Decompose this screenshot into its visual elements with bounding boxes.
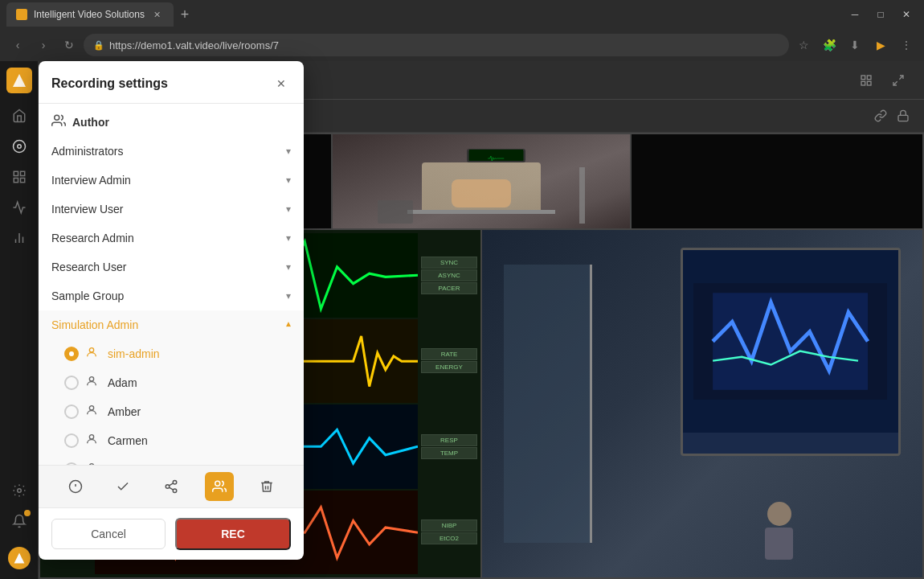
svg-marker-0 bbox=[13, 74, 26, 87]
tab-favicon bbox=[16, 9, 27, 20]
group-label-research-admin: Research Admin bbox=[51, 232, 286, 244]
tab-title: Intelligent Video Solutions bbox=[34, 9, 145, 20]
browser-title-bar: Intelligent Video Solutions ✕ + ─ □ ✕ bbox=[0, 0, 924, 29]
svg-rect-16 bbox=[867, 81, 871, 85]
video-cell-top-right bbox=[632, 134, 922, 228]
svg-line-35 bbox=[169, 487, 173, 490]
lock-icon: 🔒 bbox=[93, 40, 104, 51]
rec-button[interactable]: REC bbox=[175, 518, 291, 550]
panel-close-button[interactable]: ✕ bbox=[272, 74, 291, 93]
group-item-administrators[interactable]: Administrators ▾ bbox=[39, 137, 304, 166]
maximize-button[interactable]: □ bbox=[869, 3, 892, 26]
svg-rect-21 bbox=[713, 293, 868, 390]
forward-button[interactable]: › bbox=[32, 34, 55, 56]
app-sidebar bbox=[0, 61, 39, 579]
group-expanded-simulation-admin: Simulation Admin ▾ sim-admin bbox=[39, 310, 304, 465]
user-item-adam[interactable]: Adam bbox=[39, 368, 304, 397]
sidebar-item-notifications[interactable] bbox=[5, 507, 34, 536]
group-header-simulation-admin[interactable]: Simulation Admin ▾ bbox=[39, 310, 304, 339]
radio-adam[interactable] bbox=[64, 376, 79, 390]
fullscreen-button[interactable] bbox=[885, 68, 911, 93]
user-item-carmen[interactable]: Carmen bbox=[39, 426, 304, 455]
sidebar-item-grid[interactable] bbox=[5, 162, 34, 191]
check-button[interactable] bbox=[108, 472, 137, 501]
lock-icon[interactable] bbox=[892, 105, 914, 127]
group-item-sample-group[interactable]: Sample Group ▾ bbox=[39, 281, 304, 310]
back-button[interactable]: ‹ bbox=[6, 34, 29, 56]
user-item-sim-admin[interactable]: sim-admin bbox=[39, 339, 304, 368]
info-button[interactable] bbox=[61, 472, 90, 501]
group-item-interview-user[interactable]: Interview User ▾ bbox=[39, 195, 304, 224]
group-item-research-user[interactable]: Research User ▾ bbox=[39, 253, 304, 281]
svg-rect-6 bbox=[20, 179, 24, 183]
app-button[interactable]: ▶ bbox=[869, 34, 892, 56]
svg-point-34 bbox=[173, 489, 177, 493]
link-icon[interactable] bbox=[869, 105, 892, 127]
close-window-button[interactable]: ✕ bbox=[895, 3, 918, 26]
svg-point-1 bbox=[13, 141, 25, 153]
sidebar-item-analytics[interactable] bbox=[5, 193, 34, 222]
user-avatar-icon bbox=[85, 346, 101, 362]
groups-list: Administrators ▾ Interview Admin ▾ Inter… bbox=[39, 137, 304, 465]
svg-rect-4 bbox=[20, 171, 24, 175]
menu-button[interactable]: ⋮ bbox=[895, 34, 918, 56]
group-label-research-user: Research User bbox=[51, 261, 286, 273]
svg-line-36 bbox=[169, 483, 173, 486]
cancel-button[interactable]: Cancel bbox=[51, 519, 166, 549]
new-tab-button[interactable]: + bbox=[174, 3, 196, 26]
user-avatar-icon bbox=[85, 404, 101, 420]
radio-sim-admin[interactable] bbox=[64, 347, 79, 361]
people-button[interactable] bbox=[205, 472, 234, 501]
user-name-sim-admin: sim-admin bbox=[108, 347, 160, 360]
author-label: Author bbox=[72, 116, 109, 129]
sidebar-item-reports[interactable] bbox=[5, 224, 34, 253]
group-item-interview-admin[interactable]: Interview Admin ▾ bbox=[39, 166, 304, 195]
svg-point-24 bbox=[89, 377, 93, 381]
tab-close-button[interactable]: ✕ bbox=[151, 8, 164, 21]
user-avatar-icon bbox=[85, 433, 101, 449]
chevron-down-icon: ▾ bbox=[286, 203, 291, 215]
chevron-down-icon: ▾ bbox=[286, 261, 291, 273]
svg-rect-14 bbox=[867, 76, 871, 80]
extensions-button[interactable]: 🧩 bbox=[818, 34, 840, 56]
user-item-amber[interactable]: Amber bbox=[39, 397, 304, 426]
minimize-button[interactable]: ─ bbox=[844, 3, 866, 26]
browser-nav: ‹ › ↻ 🔒 https://demo1.valt.video/live/ro… bbox=[0, 29, 924, 61]
svg-point-37 bbox=[215, 481, 219, 486]
svg-marker-11 bbox=[14, 553, 24, 564]
delete-button[interactable] bbox=[252, 472, 281, 501]
chevron-down-icon: ▾ bbox=[286, 175, 291, 186]
notification-badge bbox=[24, 510, 31, 516]
layout-button[interactable] bbox=[853, 68, 879, 93]
user-name-adam: Adam bbox=[108, 376, 137, 389]
window-controls: ─ □ ✕ bbox=[844, 3, 918, 26]
svg-rect-19 bbox=[898, 115, 908, 121]
share-button[interactable] bbox=[157, 472, 186, 501]
bookmark-button[interactable]: ☆ bbox=[792, 34, 815, 56]
author-icon bbox=[51, 113, 66, 130]
browser-tab[interactable]: Intelligent Video Solutions ✕ bbox=[6, 2, 174, 27]
svg-rect-15 bbox=[861, 81, 865, 85]
chevron-down-icon: ▾ bbox=[286, 290, 291, 302]
sidebar-item-video[interactable] bbox=[5, 132, 34, 161]
url-bar[interactable]: 🔒 https://demo1.valt.video/live/rooms/7 bbox=[84, 34, 789, 56]
user-item-carrie[interactable]: Carrie bbox=[39, 455, 304, 465]
nav-actions: ☆ 🧩 ⬇ ▶ ⋮ bbox=[792, 34, 918, 56]
video-cell-main bbox=[333, 134, 629, 228]
radio-carmen[interactable] bbox=[64, 433, 79, 448]
group-item-research-admin[interactable]: Research Admin ▾ bbox=[39, 224, 304, 253]
svg-point-33 bbox=[166, 485, 170, 489]
author-section: Author bbox=[39, 104, 304, 137]
panel-toolbar bbox=[39, 465, 304, 507]
refresh-button[interactable]: ↻ bbox=[58, 34, 80, 56]
radio-amber[interactable] bbox=[64, 404, 79, 419]
svg-rect-13 bbox=[861, 76, 865, 80]
video-cell-bottom-right bbox=[482, 230, 922, 577]
sidebar-item-settings[interactable] bbox=[5, 476, 34, 505]
recording-settings-panel: Recording settings ✕ Author Administrato… bbox=[39, 61, 304, 560]
url-text: https://demo1.valt.video/live/rooms/7 bbox=[109, 39, 279, 51]
download-button[interactable]: ⬇ bbox=[844, 34, 866, 56]
group-label-administrators: Administrators bbox=[51, 145, 286, 158]
sidebar-item-home[interactable] bbox=[5, 101, 34, 130]
panel-overlay: Recording settings ✕ Author Administrato… bbox=[39, 61, 304, 560]
